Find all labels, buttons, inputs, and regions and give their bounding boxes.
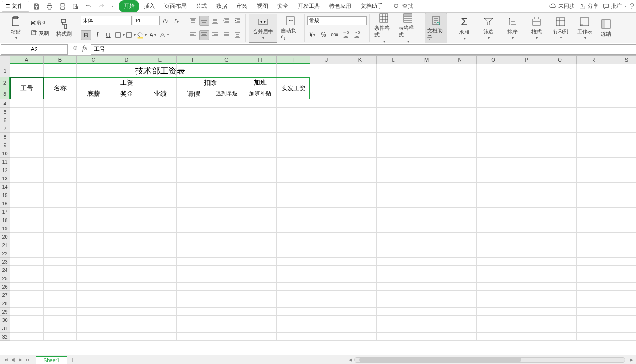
format-painter-button[interactable]: 格式刷: [53, 17, 75, 39]
hscroll-right-icon[interactable]: ▶: [630, 358, 633, 362]
increase-decimal-icon[interactable]: ←0.00: [341, 30, 351, 40]
row-header-24[interactable]: 24: [0, 266, 10, 274]
sheet-first-icon[interactable]: ⏮: [4, 357, 10, 362]
header-deduction[interactable]: 扣除: [177, 77, 243, 88]
undo-icon[interactable]: [83, 1, 94, 12]
file-menu[interactable]: ☰ 文件 ▾: [2, 1, 29, 12]
row-header-8[interactable]: 8: [0, 133, 10, 141]
header-late[interactable]: 迟到早退: [210, 88, 243, 99]
doc-helper-button[interactable]: 文档助手: [425, 13, 447, 43]
row-header-30[interactable]: 30: [0, 316, 10, 324]
select-all-corner[interactable]: [0, 56, 10, 64]
increase-indent-icon[interactable]: [232, 16, 243, 26]
align-bottom-icon[interactable]: [210, 16, 220, 26]
tab-formula[interactable]: 公式: [191, 0, 212, 12]
col-header-S[interactable]: S: [610, 56, 636, 64]
distribute-icon[interactable]: [232, 30, 243, 40]
sum-button[interactable]: Σ求和: [453, 14, 475, 43]
header-name[interactable]: 名称: [44, 77, 77, 99]
sheet-next-icon[interactable]: ▶: [19, 357, 25, 362]
share-button[interactable]: 分享: [579, 2, 599, 10]
table-title-cell[interactable]: 技术部工资表: [10, 64, 310, 77]
percent-icon[interactable]: %: [318, 30, 329, 40]
row-header-15[interactable]: 15: [0, 191, 10, 199]
tab-data[interactable]: 数据: [212, 0, 232, 12]
diagonal-border-button[interactable]: [125, 30, 136, 40]
row-header-22[interactable]: 22: [0, 249, 10, 258]
col-header-F[interactable]: F: [177, 56, 210, 64]
col-header-R[interactable]: R: [577, 56, 610, 64]
row-header-19[interactable]: 19: [0, 224, 10, 233]
fx-icon[interactable]: fx: [82, 45, 87, 54]
row-header-3[interactable]: 3: [0, 88, 10, 99]
font-size-select[interactable]: [133, 16, 160, 25]
tab-view[interactable]: 视图: [252, 0, 273, 12]
row-header-2[interactable]: 2: [0, 77, 10, 88]
row-header-20[interactable]: 20: [0, 233, 10, 241]
row-header-7[interactable]: 7: [0, 124, 10, 133]
col-header-P[interactable]: P: [510, 56, 543, 64]
row-header-28[interactable]: 28: [0, 299, 10, 308]
row-header-18[interactable]: 18: [0, 216, 10, 224]
row-header-32[interactable]: 32: [0, 333, 10, 341]
header-salary[interactable]: 工资: [77, 77, 177, 88]
row-header-12[interactable]: 12: [0, 166, 10, 174]
cells-area[interactable]: [10, 64, 636, 341]
row-header-5[interactable]: 5: [0, 108, 10, 116]
header-ot-allowance[interactable]: 加班补贴: [243, 88, 277, 99]
row-header-14[interactable]: 14: [0, 183, 10, 191]
currency-icon[interactable]: ¥: [307, 30, 318, 40]
align-center-icon[interactable]: [199, 30, 209, 40]
col-header-G[interactable]: G: [210, 56, 243, 64]
col-header-J[interactable]: J: [310, 56, 343, 64]
tab-special-apps[interactable]: 特色应用: [324, 0, 356, 12]
sheet-prev-icon[interactable]: ◀: [11, 357, 18, 362]
col-header-H[interactable]: H: [243, 56, 277, 64]
row-header-29[interactable]: 29: [0, 308, 10, 316]
bold-button[interactable]: B: [81, 30, 91, 40]
horizontal-scrollbar[interactable]: [354, 357, 625, 363]
hscroll-left-icon[interactable]: ◀: [349, 358, 352, 362]
row-header-11[interactable]: 11: [0, 158, 10, 166]
print-preview-icon[interactable]: [44, 1, 55, 12]
col-header-C[interactable]: C: [77, 56, 110, 64]
merge-center-button[interactable]: 合并居中: [249, 14, 277, 43]
sheet-tab-1[interactable]: Sheet1: [36, 356, 67, 364]
col-header-I[interactable]: I: [277, 56, 310, 64]
row-header-1[interactable]: 1: [0, 64, 10, 77]
help-icon[interactable]: ?: [630, 2, 634, 11]
col-header-E[interactable]: E: [143, 56, 177, 64]
col-header-M[interactable]: M: [410, 56, 443, 64]
align-middle-icon[interactable]: [199, 16, 209, 26]
formula-input[interactable]: [91, 44, 636, 55]
row-header-27[interactable]: 27: [0, 291, 10, 299]
row-header-26[interactable]: 26: [0, 283, 10, 291]
decrease-decimal-icon[interactable]: →0.00: [352, 30, 362, 40]
header-leave[interactable]: 请假: [177, 88, 210, 99]
row-header-16[interactable]: 16: [0, 199, 10, 208]
row-header-9[interactable]: 9: [0, 141, 10, 149]
cond-format-button[interactable]: 条件格式: [373, 11, 395, 45]
menu-search[interactable]: 查找: [393, 2, 413, 10]
comma-icon[interactable]: 000: [330, 30, 340, 40]
justify-icon[interactable]: [221, 30, 231, 40]
col-header-K[interactable]: K: [343, 56, 377, 64]
filter-button[interactable]: 筛选: [477, 14, 499, 42]
save-icon[interactable]: [31, 1, 42, 12]
align-right-icon[interactable]: [210, 30, 220, 40]
worksheet-button[interactable]: 工作表: [574, 14, 596, 42]
row-header-31[interactable]: 31: [0, 324, 10, 333]
decrease-font-icon[interactable]: A-: [172, 16, 182, 26]
clear-format-button[interactable]: [159, 30, 169, 40]
row-header-23[interactable]: 23: [0, 258, 10, 266]
tab-dev-tools[interactable]: 开发工具: [293, 0, 324, 12]
row-header-6[interactable]: 6: [0, 116, 10, 124]
name-box[interactable]: A2: [1, 44, 68, 55]
wrap-text-button[interactable]: 自动换行: [279, 13, 301, 43]
sort-button[interactable]: 排序: [501, 14, 524, 42]
col-header-A[interactable]: A: [10, 56, 44, 64]
sync-status[interactable]: 未同步: [549, 2, 575, 10]
header-actual-pay[interactable]: 实发工资: [277, 77, 310, 99]
align-top-icon[interactable]: [188, 16, 198, 26]
header-bonus[interactable]: 奖金: [110, 88, 143, 99]
